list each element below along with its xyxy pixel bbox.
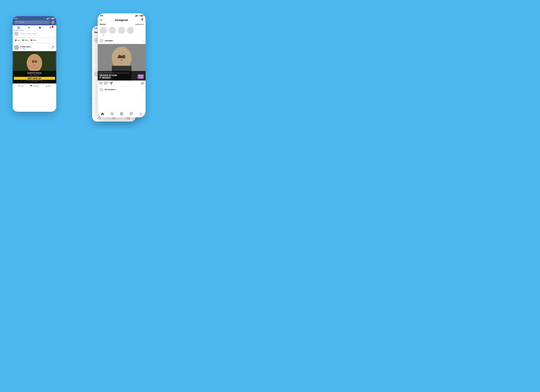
fb-comment-label: Comment [33, 85, 39, 87]
ig-nav-profile[interactable] [136, 112, 145, 115]
ig-stories-section: Stories ▶ Watch All You [98, 23, 145, 38]
ig-your-avatar [100, 27, 107, 34]
fb-quote-line3: YOU SHOULD [14, 75, 55, 77]
ig-share-button[interactable] [110, 82, 113, 85]
fb-like-label: Like [21, 85, 23, 87]
ig-stories-title: Stories [100, 23, 106, 25]
fb-profile-avatar [14, 45, 19, 50]
fb-nav-notifications[interactable]: 2 [45, 25, 56, 30]
fb-nav-home[interactable] [13, 25, 24, 30]
svg-point-5 [29, 27, 30, 28]
fb-profile-row: Profile Name 1hr · 🌐 [13, 44, 56, 51]
fb-messenger-button[interactable]: ⚡ [51, 20, 55, 24]
ig-post-avatar [100, 39, 104, 43]
ig-post-caption: DESIGN IS NOT JUST WHAT IT LOOKS LIKE AN… [98, 71, 145, 80]
fb-quote-line5: UNLESS YOU ARE FORCED TO GIVE U [14, 80, 55, 81]
fb-checkin-label: Chec [33, 39, 36, 41]
svg-rect-1 [19, 27, 20, 28]
fb-search-text: Search [19, 21, 24, 23]
svg-point-4 [28, 27, 29, 28]
fb-post-box[interactable]: What's on your mind? [13, 30, 56, 38]
ig-next-post-avatar [100, 88, 103, 92]
fb-status-bar: 9:41 ▾ ⊙ [14, 17, 55, 20]
ig-story-you[interactable]: You [100, 27, 107, 36]
svg-point-7 [27, 54, 42, 72]
fb-like-profile-icon [52, 46, 55, 49]
ig-story2-avatar [118, 27, 125, 34]
fb-live-button[interactable]: Live [14, 39, 21, 42]
ig-next-more-button[interactable]: ⋯ [142, 88, 144, 91]
ig-nav-add[interactable] [117, 112, 126, 115]
ig-post-image: DESIGN IS NOT JUST WHAT IT LOOKS LIKE AN… [98, 44, 145, 80]
svg-rect-2 [17, 28, 18, 29]
ig-post: username ⋯ [98, 38, 145, 87]
ig-send-icon[interactable] [140, 18, 143, 22]
fb-checkin-icon [31, 39, 32, 41]
tw-time: 9:41 [94, 27, 97, 29]
fb-share-label: Sha [48, 85, 51, 87]
ig-steve-badge: STEVE JOBS [138, 74, 144, 79]
fb-like-button[interactable]: Like [14, 84, 27, 88]
ig-nav-home[interactable] [98, 112, 107, 115]
fb-nav-friends[interactable] [24, 25, 35, 30]
fb-share-button[interactable]: Sha [41, 84, 55, 88]
ig-post-username: username [105, 40, 140, 42]
ig-story-1[interactable] [109, 27, 116, 36]
fb-post-text: PERSISTENCE IS VERY IMPORTANT YOU SHOULD… [13, 71, 56, 83]
ig-design-main: DESIGN IS HOW IT WORKS STEVE JOBS [100, 74, 144, 79]
fb-photo-button[interactable]: Photo [21, 39, 29, 42]
fb-comment-button[interactable]: Comment [28, 84, 41, 88]
fb-reactions-bar: Like Comment Sha [13, 83, 56, 88]
ig-nav-search[interactable] [107, 112, 117, 115]
fb-profile-meta: 1hr · 🌐 [20, 48, 51, 49]
fb-post-image: PERSISTENCE IS VERY IMPORTANT YOU SHOULD… [13, 51, 56, 83]
ig-story3-avatar [127, 27, 134, 34]
fb-post-input[interactable]: What's on your mind? [20, 32, 55, 36]
ig-story-2[interactable] [118, 27, 125, 36]
ig-design-main1: DESIGN IS HOW [100, 74, 117, 77]
ig-bookmark-button[interactable] [141, 82, 144, 85]
ig-header: ⊙ Instagram [98, 17, 145, 23]
fb-search-icon: 🔍 [16, 21, 18, 23]
fb-photo-icon [22, 39, 24, 41]
fb-quote-line4: NOT GIVE UP [14, 77, 55, 80]
fb-checkin-button[interactable]: Chec [30, 39, 37, 42]
fb-live-label: Live [17, 39, 20, 41]
fb-nav-marketplace[interactable] [35, 25, 45, 30]
fb-action-row: Live Photo Chec [13, 38, 56, 44]
ig-post-header: username ⋯ [98, 38, 145, 44]
ig-nav-heart[interactable] [126, 112, 136, 115]
svg-rect-0 [17, 27, 18, 28]
ig-more-button[interactable]: ⋯ [142, 39, 144, 42]
ig-story-3[interactable] [127, 27, 134, 36]
fb-quote-line1: PERSISTENCE [14, 72, 55, 74]
fb-time: 9:41 [15, 18, 18, 20]
ig-time: 9:41 [100, 15, 103, 17]
svg-rect-3 [19, 28, 20, 29]
ig-watch-all[interactable]: ▶ Watch All [136, 24, 144, 25]
ig-post-actions [98, 80, 145, 87]
ig-title: Instagram [115, 18, 128, 22]
ig-nav-dot [140, 115, 141, 116]
facebook-phone: 9:41 ▾ ⊙ 🔍 Search ⚡ [13, 16, 56, 112]
ig-design-sub: DESIGN IS NOT JUST WHAT IT LOOKS LIKE AN… [100, 72, 144, 74]
ig-story1-avatar [109, 27, 116, 34]
fb-profile-info: Profile Name 1hr · 🌐 [20, 46, 51, 49]
fb-profile-name: Profile Name [20, 46, 51, 48]
ig-next-post-header: Sporttemplates ⋯ [98, 87, 145, 92]
fb-live-icon [15, 39, 17, 41]
ig-like-button[interactable] [100, 82, 103, 85]
ig-next-post-username: Sporttemplates [105, 89, 141, 90]
ig-story-you-label: You [102, 34, 104, 36]
ig-comment-button[interactable] [105, 82, 108, 85]
fb-photo-label: Photo [25, 39, 28, 41]
fb-user-avatar [14, 31, 19, 36]
ig-bottom-nav [98, 111, 145, 117]
fb-notification-badge: 2 [52, 26, 54, 28]
ig-status-bar: 9:41 ▾ ⊙ [98, 13, 145, 17]
fb-quote-credit: ELON MUSK [14, 81, 55, 82]
instagram-phone: 9:41 ▾ ⊙ ⊙ Instagram Stories ▶ [98, 13, 145, 117]
fb-messenger-icon: ⚡ [52, 21, 54, 23]
ig-camera-icon[interactable]: ⊙ [100, 18, 102, 22]
fb-navigation: 2 [13, 25, 56, 30]
